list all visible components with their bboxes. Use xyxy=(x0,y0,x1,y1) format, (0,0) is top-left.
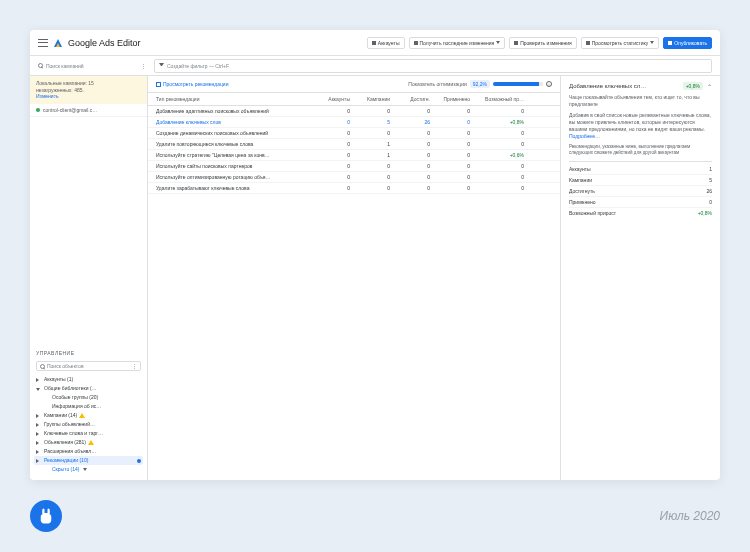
download-icon xyxy=(414,41,418,45)
recommendations-table: Тип рекомендации Аккаунты Кампании Дости… xyxy=(148,93,560,194)
tree-extensions[interactable]: Расширения объявл… xyxy=(34,447,143,456)
col-campaigns[interactable]: Кампании xyxy=(356,96,396,102)
table-row[interactable]: Добавление адаптивных поисковых объявлен… xyxy=(148,106,560,117)
info-icon[interactable]: i xyxy=(546,81,552,87)
get-changes-button[interactable]: Получить последние изменения xyxy=(409,37,506,49)
edit-link[interactable]: Изменить xyxy=(36,93,59,99)
app-title: Google Ads Editor xyxy=(68,38,141,48)
tree-keywords[interactable]: Ключевые слова и тарг… xyxy=(34,429,143,438)
stat-row: Достигнуть26 xyxy=(569,185,712,196)
growth-badge: +0,8% xyxy=(683,82,703,90)
col-growth[interactable]: Возможный пр… xyxy=(476,96,524,102)
warning-icon xyxy=(79,413,85,418)
table-row[interactable]: Удалите зарабатывают ключевые слова00000 xyxy=(148,183,560,194)
chevron-down-icon xyxy=(650,41,654,44)
table-row[interactable]: Используйте оптимизированную ротацию объ… xyxy=(148,172,560,183)
collapse-icon[interactable]: ⌃ xyxy=(707,83,712,90)
filter-row: Поиск кампаний⋮ Создайте фильтр — Ctrl+F xyxy=(30,56,720,76)
view-stats-button[interactable]: Просмотреть статистику xyxy=(581,37,660,49)
check-icon xyxy=(514,41,518,45)
optimization-score: Показатель оптимизации 92,2% i xyxy=(408,80,552,88)
funnel-icon xyxy=(159,63,164,68)
management-header: УПРАВЛЕНИЕ xyxy=(30,347,147,359)
table-row[interactable]: Используйте стратегию "Целевая цена за к… xyxy=(148,150,560,161)
brand-avatar-icon xyxy=(30,500,62,532)
table-row[interactable]: Добавление ключевых слов05260+0,8% xyxy=(148,117,560,128)
search-icon xyxy=(38,63,43,68)
status-dot-icon xyxy=(36,108,40,112)
col-type[interactable]: Тип рекомендации xyxy=(156,96,316,102)
table-row[interactable]: Используйте сайты поисковых партнеров000… xyxy=(148,161,560,172)
warning-icon xyxy=(88,440,94,445)
nav-tree: Аккаунты (1) Общие библиотеки (… Особые … xyxy=(30,373,147,480)
learn-more-link[interactable]: Подробнее… xyxy=(569,133,600,139)
left-sidebar: Локальные кампании: 15 незагруженных: 48… xyxy=(30,76,148,480)
detail-summary: Чаще показывайте объявления тем, кто ище… xyxy=(569,94,712,108)
detail-header: Добавление ключевых сл… +0,8% ⌃ xyxy=(569,82,712,90)
upload-icon xyxy=(668,41,672,45)
date-label: Июль 2020 xyxy=(660,509,720,523)
main-body: Локальные кампании: 15 незагруженных: 48… xyxy=(30,76,720,480)
view-recommendations-link[interactable]: Просмотреть рекомендации xyxy=(156,81,228,87)
search-icon xyxy=(40,364,45,369)
center-toolbar: Просмотреть рекомендации Показатель опти… xyxy=(148,76,560,93)
detail-description: Добавив в свой список новые релевантные … xyxy=(569,112,712,140)
detail-title: Добавление ключевых сл… xyxy=(569,83,679,89)
page-footer: Июль 2020 xyxy=(30,500,720,532)
notification-dot-icon xyxy=(137,459,141,463)
progress-bar xyxy=(493,82,543,86)
tree-special-groups[interactable]: Особые группы (20) xyxy=(34,393,143,402)
filter-input[interactable]: Создайте фильтр — Ctrl+F xyxy=(154,59,712,73)
tree-campaigns[interactable]: Кампании (14) xyxy=(34,411,143,420)
google-ads-logo-icon xyxy=(54,39,62,47)
tree-search-input[interactable]: Поиск объектов⋮ xyxy=(36,361,141,371)
stats-icon xyxy=(586,41,590,45)
tree-adgroups[interactable]: Группы объявлений… xyxy=(34,420,143,429)
tree-hidden[interactable]: Скрыто (14) xyxy=(34,465,143,474)
col-reach[interactable]: Достигн. xyxy=(396,96,436,102)
detail-panel: Добавление ключевых сл… +0,8% ⌃ Чаще пок… xyxy=(560,76,720,480)
grid-icon xyxy=(372,41,376,45)
chevron-down-icon xyxy=(83,468,87,471)
center-panel: Просмотреть рекомендации Показатель опти… xyxy=(148,76,560,480)
tree-ads[interactable]: Объявления (281) xyxy=(34,438,143,447)
accounts-button[interactable]: Аккаунты xyxy=(367,37,405,49)
top-actions: Аккаунты Получить последние изменения Пр… xyxy=(367,37,712,49)
table-row[interactable]: Создание динамических поисковых объявлен… xyxy=(148,128,560,139)
app-window: Google Ads Editor Аккаунты Получить посл… xyxy=(30,30,720,480)
col-applied[interactable]: Применено xyxy=(436,96,476,102)
chevron-down-icon xyxy=(496,41,500,44)
hamburger-icon[interactable] xyxy=(38,39,48,47)
detail-note: Рекомендации, указанные ниже, выполнение… xyxy=(569,144,712,157)
campaign-search[interactable]: Поиск кампаний⋮ xyxy=(38,63,146,69)
stat-row: Применено0 xyxy=(569,196,712,207)
local-campaigns-banner: Локальные кампании: 15 незагруженных: 48… xyxy=(30,76,147,104)
stat-row: Возможный прирост+0,8% xyxy=(569,207,712,218)
topbar: Google Ads Editor Аккаунты Получить посл… xyxy=(30,30,720,56)
stat-row: Кампании5 xyxy=(569,174,712,185)
account-row[interactable]: control-client@gmail.c… xyxy=(30,104,147,117)
tree-shared-lib[interactable]: Общие библиотеки (… xyxy=(34,384,143,393)
score-badge: 92,2% xyxy=(470,80,490,88)
square-icon xyxy=(156,82,161,87)
tree-accounts[interactable]: Аккаунты (1) xyxy=(34,375,143,384)
stat-row: Аккаунты1 xyxy=(569,161,712,174)
check-changes-button[interactable]: Проверить изменения xyxy=(509,37,577,49)
tree-recommendations[interactable]: Рекомендации (10) xyxy=(34,456,143,465)
tree-neg-info[interactable]: Информация об ис… xyxy=(34,402,143,411)
col-accounts[interactable]: Аккаунты xyxy=(316,96,356,102)
table-row[interactable]: Удалите повторяющиеся ключевые слова0100… xyxy=(148,139,560,150)
table-header: Тип рекомендации Аккаунты Кампании Дости… xyxy=(148,93,560,106)
publish-button[interactable]: Опубликовать xyxy=(663,37,712,49)
